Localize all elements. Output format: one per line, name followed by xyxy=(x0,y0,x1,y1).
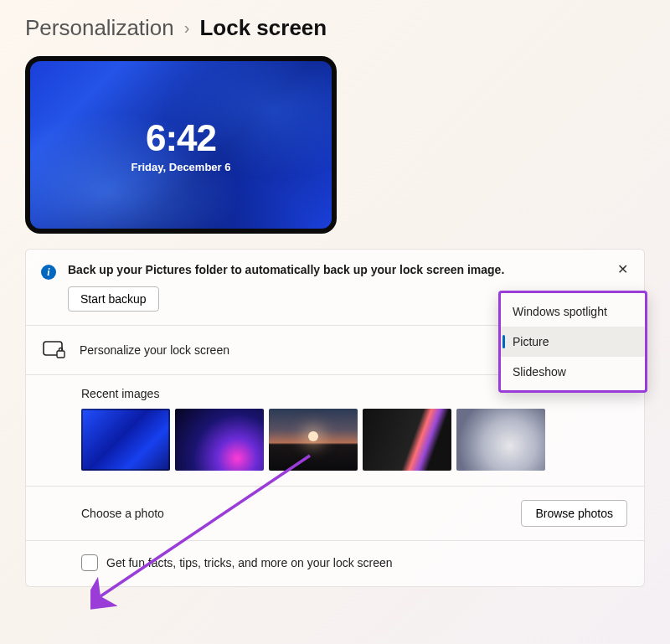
breadcrumb: Personalization › Lock screen xyxy=(0,0,670,49)
fun-facts-checkbox[interactable] xyxy=(81,554,98,571)
fun-facts-row: Get fun facts, tips, tricks, and more on… xyxy=(26,540,644,586)
backup-banner-text: Back up your Pictures folder to automati… xyxy=(68,263,629,276)
info-icon: i xyxy=(41,265,56,280)
breadcrumb-separator: › xyxy=(184,18,190,38)
lockscreen-icon xyxy=(43,341,66,359)
svg-rect-1 xyxy=(57,351,64,358)
personalize-row[interactable]: Personalize your lock screen Windows spo… xyxy=(26,325,644,374)
recent-image-thumb[interactable] xyxy=(175,409,264,471)
recent-images-list xyxy=(81,409,627,471)
browse-photos-button[interactable]: Browse photos xyxy=(521,500,627,527)
recent-image-thumb[interactable] xyxy=(363,409,451,471)
dropdown-option-spotlight[interactable]: Windows spotlight xyxy=(501,296,645,327)
preview-date: Friday, December 6 xyxy=(131,161,231,173)
lockscreen-source-dropdown[interactable]: Windows spotlight Picture Slideshow xyxy=(498,291,647,393)
dropdown-option-slideshow[interactable]: Slideshow xyxy=(501,357,645,387)
breadcrumb-parent[interactable]: Personalization xyxy=(25,15,174,41)
breadcrumb-current: Lock screen xyxy=(199,15,327,41)
choose-photo-row: Choose a photo Browse photos xyxy=(26,486,644,540)
dropdown-option-picture[interactable]: Picture xyxy=(501,327,645,357)
recent-image-thumb[interactable] xyxy=(456,409,545,471)
fun-facts-label: Get fun facts, tips, tricks, and more on… xyxy=(106,556,627,569)
recent-image-thumb[interactable] xyxy=(81,409,170,471)
preview-time: 6:42 xyxy=(131,117,231,159)
start-backup-button[interactable]: Start backup xyxy=(68,286,159,312)
close-icon[interactable]: ✕ xyxy=(614,261,631,277)
settings-panel: i Back up your Pictures folder to automa… xyxy=(25,249,645,587)
recent-image-thumb[interactable] xyxy=(269,409,358,471)
choose-photo-label: Choose a photo xyxy=(81,507,521,520)
lockscreen-preview: 6:42 Friday, December 6 xyxy=(25,56,337,234)
